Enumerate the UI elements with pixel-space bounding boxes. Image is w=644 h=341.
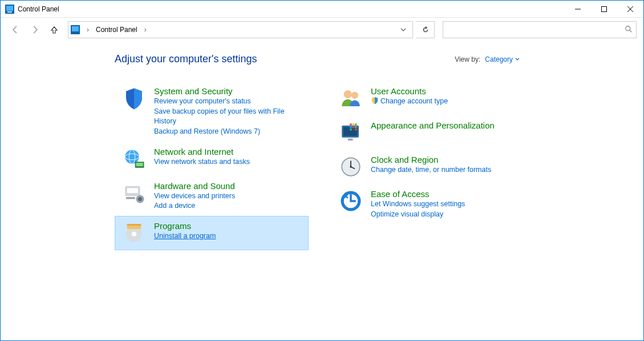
svg-rect-34 [355, 126, 357, 129]
category-body: Clock and RegionChange date, time, or nu… [371, 155, 491, 179]
category-link[interactable]: View network status and tasks [154, 157, 250, 167]
svg-rect-1 [6, 6, 13, 11]
svg-point-25 [344, 90, 352, 98]
category-body: Appearance and Personalization [371, 121, 495, 145]
window-controls [565, 1, 643, 18]
category-system-security: System and SecurityReview your computer'… [115, 81, 309, 142]
svg-rect-38 [348, 139, 353, 141]
category-title[interactable]: Programs [154, 221, 216, 231]
viewby-label: View by: [455, 55, 480, 63]
category-appearance: Appearance and Personalization [331, 115, 525, 150]
category-network-internet: Network and InternetView network status … [115, 142, 309, 176]
appearance-icon[interactable] [339, 121, 363, 145]
system-security-icon[interactable] [122, 86, 146, 110]
clock-region-icon[interactable] [339, 155, 363, 179]
category-body: Network and InternetView network status … [154, 147, 250, 171]
svg-point-42 [350, 166, 352, 168]
svg-point-22 [132, 232, 137, 237]
svg-rect-29 [350, 123, 352, 126]
page-heading: Adjust your computer's settings [115, 53, 257, 65]
refresh-button[interactable] [416, 21, 435, 38]
search-icon[interactable] [625, 25, 633, 35]
svg-rect-8 [72, 26, 79, 31]
category-link[interactable]: Add a device [154, 201, 235, 211]
category-ease-of-access: Ease of AccessLet Windows suggest settin… [331, 184, 525, 224]
ease-of-access-icon[interactable] [339, 189, 363, 213]
svg-point-26 [351, 92, 358, 99]
svg-line-10 [630, 30, 632, 32]
network-internet-icon[interactable] [122, 147, 146, 171]
titlebar-left: Control Panel [5, 5, 59, 14]
category-link[interactable]: Review your computer's status [154, 97, 301, 106]
svg-rect-36 [353, 129, 355, 131]
svg-rect-17 [127, 188, 138, 193]
chevron-right-icon[interactable]: › [83, 26, 92, 34]
breadcrumb: › Control Panel › [71, 25, 150, 34]
back-button[interactable] [7, 22, 23, 38]
category-body: ProgramsUninstall a program [154, 221, 216, 245]
content-inner: Adjust your computer's settings View by:… [115, 53, 525, 250]
svg-rect-20 [126, 197, 135, 199]
content-area: Adjust your computer's settings View by:… [1, 42, 643, 340]
svg-rect-28 [343, 127, 358, 136]
svg-rect-33 [353, 126, 355, 129]
category-body: Ease of AccessLet Windows suggest settin… [371, 189, 465, 219]
breadcrumb-icon [71, 25, 80, 34]
category-link[interactable]: Uninstall a program [154, 231, 216, 241]
minimize-button[interactable] [565, 1, 591, 18]
category-programs: ProgramsUninstall a program [115, 216, 309, 250]
forward-button[interactable] [27, 22, 43, 38]
category-title[interactable]: Hardware and Sound [154, 181, 235, 191]
address-bar[interactable]: › Control Panel › [68, 21, 413, 38]
svg-rect-31 [355, 123, 357, 126]
search-input[interactable] [447, 26, 625, 34]
viewby-dropdown[interactable]: Category [485, 55, 520, 63]
hardware-sound-icon[interactable] [122, 181, 146, 205]
window-title: Control Panel [18, 5, 59, 13]
viewby-value: Category [485, 55, 513, 63]
category-clock-region: Clock and RegionChange date, time, or nu… [331, 150, 525, 184]
svg-point-9 [626, 26, 630, 30]
category-title[interactable]: Ease of Access [371, 189, 465, 199]
category-title[interactable]: Network and Internet [154, 147, 250, 157]
programs-icon[interactable] [122, 221, 146, 245]
category-title[interactable]: User Accounts [371, 86, 448, 96]
category-title[interactable]: Clock and Region [371, 155, 491, 165]
category-link[interactable]: Change account type [371, 97, 448, 106]
category-user-accounts: User AccountsChange account type [331, 81, 525, 115]
address-dropdown[interactable] [396, 22, 410, 38]
category-link[interactable]: View devices and printers [154, 191, 235, 201]
chevron-down-icon [515, 57, 520, 62]
svg-point-11 [125, 150, 139, 164]
window: Control Panel [0, 0, 644, 341]
close-button[interactable] [617, 1, 643, 18]
breadcrumb-root[interactable]: Control Panel [96, 26, 137, 34]
app-icon [5, 5, 14, 14]
category-title[interactable]: Appearance and Personalization [371, 121, 495, 130]
category-link[interactable]: Let Windows suggest settings [371, 199, 465, 209]
heading-row: Adjust your computer's settings View by:… [115, 53, 525, 65]
svg-rect-15 [136, 163, 143, 166]
category-title[interactable]: System and Security [154, 86, 301, 96]
svg-rect-4 [602, 6, 607, 11]
category-body: Hardware and SoundView devices and print… [154, 181, 235, 211]
right-column: User AccountsChange account typeAppearan… [331, 81, 525, 250]
category-link[interactable]: Save backup copies of your files with Fi… [154, 107, 301, 126]
user-accounts-icon[interactable] [339, 86, 363, 110]
search-box[interactable] [443, 21, 637, 38]
category-link[interactable]: Optimize visual display [371, 210, 465, 219]
svg-rect-2 [7, 11, 12, 13]
viewby-container: View by: Category [455, 55, 520, 63]
left-column: System and SecurityReview your computer'… [115, 81, 309, 250]
chevron-right-icon[interactable]: › [141, 26, 150, 34]
category-link[interactable]: Backup and Restore (Windows 7) [154, 127, 301, 137]
svg-rect-37 [355, 129, 357, 131]
svg-rect-32 [350, 126, 352, 129]
navbar: › Control Panel › [1, 18, 643, 42]
category-link[interactable]: Change date, time, or number formats [371, 165, 491, 175]
up-button[interactable] [46, 22, 62, 38]
category-hardware-sound: Hardware and SoundView devices and print… [115, 176, 309, 216]
maximize-button[interactable] [591, 1, 617, 18]
category-body: System and SecurityReview your computer'… [154, 86, 301, 137]
svg-rect-35 [350, 129, 352, 131]
